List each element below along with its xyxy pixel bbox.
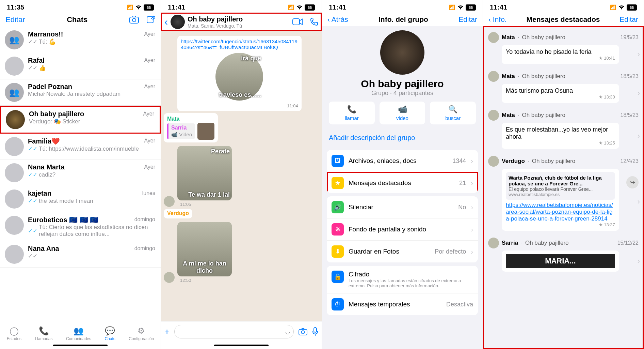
starred-messages-row[interactable]: ★ Mensajes destacados 21 ›: [327, 172, 478, 193]
tab-config[interactable]: ⚙Configuración: [129, 326, 154, 341]
status-bar: 11:41 📶 55: [161, 0, 322, 13]
edit-button[interactable]: Editar: [619, 15, 638, 24]
chat-avatar: [5, 245, 24, 264]
group-subtitle: Grupo · 4 participantes: [322, 90, 483, 97]
chat-time: Ayer: [143, 111, 154, 117]
mute-row[interactable]: 🔊 Silenciar No ›: [327, 196, 478, 218]
forward-icon[interactable]: ↪: [626, 176, 639, 188]
tab-chats[interactable]: 💬Chats: [104, 326, 115, 341]
conversation-header[interactable]: ‹ Oh baby pajillero Mata, Sarria, Verdug…: [161, 13, 322, 31]
chat-item[interactable]: Nana Ana ✓✓ domingo: [0, 241, 161, 268]
group-name: Oh baby pajillero: [322, 78, 483, 90]
starred-item[interactable]: Sarria · Oh baby pajillero 15/12/22 MARI…: [485, 234, 641, 275]
group-name: Oh baby pajillero: [522, 34, 565, 41]
message-link[interactable]: https://twitter.com/tugencio/status/1663…: [181, 39, 298, 50]
chat-item[interactable]: Nana Marta ✓✓ cadiz? Ayer: [0, 160, 161, 186]
quoted-type: 📹 Video: [171, 132, 192, 138]
chat-avatar: [6, 110, 25, 129]
sender-avatar: [164, 272, 175, 283]
starred-item[interactable]: Mata · Oh baby pajillero 18/5/23 Más tur…: [485, 67, 641, 106]
chat-name: Padel Poznan: [28, 83, 156, 91]
message-bubble[interactable]: Mata Sarria 📹 Video: [164, 113, 218, 142]
group-avatar[interactable]: [171, 15, 185, 29]
chat-name: Oh baby pajillero: [29, 110, 155, 118]
starred-bubble[interactable]: Más turismo para Osuna★ 13:30: [502, 84, 619, 103]
mute-icon: 🔊: [332, 201, 344, 213]
signal-icon: 📶: [127, 4, 133, 11]
sender-name: Mata: [502, 112, 515, 119]
plus-icon[interactable]: +: [164, 327, 170, 337]
chats-icon: 💬: [105, 326, 115, 336]
conversation-body[interactable]: https://twitter.com/tugencio/status/1663…: [161, 31, 322, 321]
starred-list[interactable]: Mata · Oh baby pajillero 19/5/23 Yo toda…: [483, 26, 644, 349]
encryption-row[interactable]: 🔒 Cifrado Los mensajes y las llamadas es…: [327, 266, 478, 293]
sticker-icon[interactable]: ◡: [285, 329, 290, 335]
camera-icon[interactable]: [129, 15, 139, 24]
chat-item[interactable]: kajetan ✓✓ the test mode I mean lunes: [0, 186, 161, 212]
video-button[interactable]: 📹video: [380, 102, 425, 124]
chat-preview: ✓✓ the test mode I mean: [28, 197, 156, 204]
chat-item[interactable]: 👥 Padel Poznan Michał Nowak: Ja niestety…: [0, 79, 161, 106]
message-bubble[interactable]: https://twitter.com/tugencio/status/1663…: [177, 36, 302, 111]
chevron-right-icon: ›: [638, 197, 640, 206]
back-icon[interactable]: ‹: [164, 16, 168, 28]
chevron-right-icon: ›: [638, 257, 640, 265]
temporal-row[interactable]: ⏱ Mensajes temporales Desactiva: [327, 293, 478, 315]
edit-button[interactable]: Editar: [5, 15, 25, 24]
edit-button[interactable]: Editar: [458, 15, 477, 24]
chat-time: domingo: [134, 216, 155, 223]
tab-comunidades[interactable]: 👥Comunidades: [66, 326, 91, 341]
svg-rect-4: [299, 330, 307, 335]
info-body[interactable]: Oh baby pajillero Grupo · 4 participante…: [322, 26, 483, 349]
message-link[interactable]: https://www.realbetisbalompie.es/noticia…: [506, 202, 615, 222]
chat-item[interactable]: 👥 Marranos!! ✓✓ Tú: 💪 Ayer: [0, 27, 161, 53]
call-button[interactable]: 📞llamar: [329, 102, 375, 124]
chat-item[interactable]: Rafal ✓✓ 👍 Ayer: [0, 53, 161, 79]
add-description-link[interactable]: Añadir descripción del grupo: [322, 129, 483, 147]
save-photos-row[interactable]: ⬇ Guardar en Fotos Por defecto ›: [327, 241, 478, 262]
quoted-sender: Sarria: [171, 125, 192, 131]
home-indicator: [53, 345, 108, 346]
starred-bubble[interactable]: Yo todavía no he pisado la feria★ 10:41: [502, 45, 619, 64]
status-time: 11:35: [7, 3, 24, 11]
starred-bubble[interactable]: MARIA...: [502, 251, 619, 272]
sticker-image: A mí me lo han dicho: [177, 222, 232, 276]
search-button[interactable]: 🔍buscar: [430, 102, 476, 124]
chat-avatar: [5, 189, 24, 209]
back-button[interactable]: ‹ Info.: [488, 15, 507, 24]
mic-icon[interactable]: [312, 327, 318, 336]
compose-icon[interactable]: [146, 15, 155, 24]
starred-bubble[interactable]: Es que molestaban...yo las veo mejor aho…: [502, 123, 619, 149]
starred-item[interactable]: Mata · Oh baby pajillero 19/5/23 Yo toda…: [485, 29, 641, 67]
video-call-icon[interactable]: [292, 18, 303, 25]
camera-icon[interactable]: [299, 328, 307, 335]
sticker-image: irá quetravieso es......: [215, 53, 263, 101]
chat-item[interactable]: Eurobeticos 🇪🇺 🇪🇺 🇪🇺 ✓✓ Tú: Cierto es qu…: [0, 212, 161, 241]
lock-icon: 🔒: [332, 271, 344, 283]
chat-avatar: [5, 216, 24, 235]
chat-item[interactable]: Oh baby pajillero Verdugo: 🎭 Sticker Aye…: [0, 106, 161, 134]
wifi-icon: [135, 5, 142, 10]
tab-estados[interactable]: ◯Estados: [7, 326, 21, 341]
group-photo[interactable]: [380, 30, 424, 75]
media-row[interactable]: 🖼 Archivos, enlaces, docs 1344 ›: [327, 150, 478, 172]
group-name: Oh baby pajillero: [522, 73, 565, 80]
svg-rect-6: [314, 328, 317, 332]
chat-time: Ayer: [144, 84, 155, 90]
screen-starred: 11:41 📶 55 ‹ Info. Mensajes destacados E…: [483, 0, 644, 349]
message-bubble[interactable]: Verdugo: [164, 209, 192, 218]
chat-preview: ✓✓: [28, 253, 156, 260]
voice-call-icon[interactable]: [310, 18, 318, 26]
status-time: 11:41: [168, 3, 185, 11]
starred-item[interactable]: Verdugo · Oh baby pajillero 12/4/23 Wart…: [485, 152, 641, 234]
message-input[interactable]: ◡: [174, 325, 294, 338]
back-button[interactable]: ‹ Atrás: [327, 15, 348, 24]
chat-item[interactable]: Familia❤️ ✓✓ Tú: https://www.idealista.c…: [0, 134, 161, 160]
wallpaper-row[interactable]: ❋ Fondo de pantalla y sonido ›: [327, 218, 478, 241]
starred-bubble[interactable]: Warta Poznań, club de fútbol de la liga …: [502, 169, 619, 231]
conversation-title: Oh baby pajillero: [188, 15, 290, 23]
tab-llamadas[interactable]: 📞Llamadas: [35, 326, 52, 341]
chat-list[interactable]: 👥 Marranos!! ✓✓ Tú: 💪 Ayer Rafal ✓✓ 👍 Ay…: [0, 27, 161, 324]
message-time: 11:05: [180, 202, 232, 207]
starred-item[interactable]: Mata · Oh baby pajillero 18/5/23 Es que …: [485, 106, 641, 152]
